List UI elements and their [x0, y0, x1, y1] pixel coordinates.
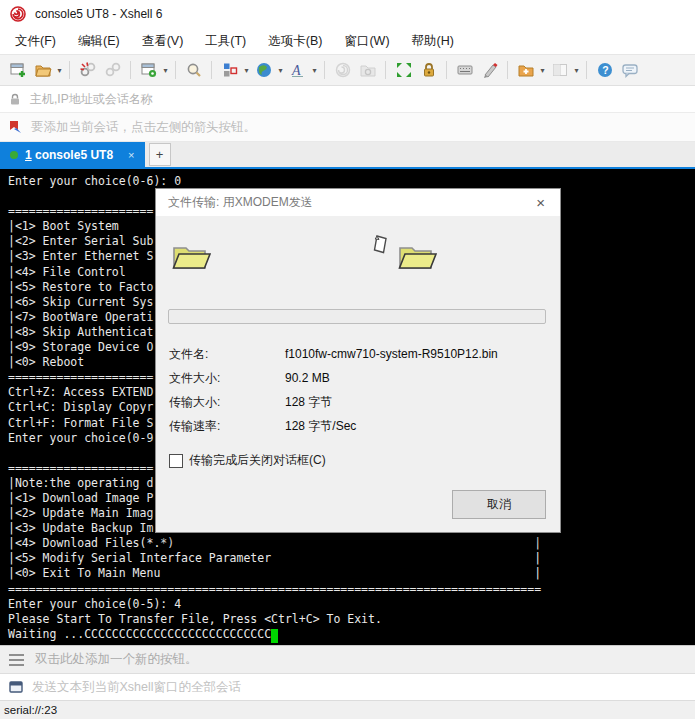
terminal-line: ========================================…: [8, 582, 695, 597]
toolbar-separator: [507, 61, 508, 79]
disconnect-icon[interactable]: [75, 58, 100, 82]
virtual-keyboard-icon[interactable]: [452, 58, 477, 82]
cancel-button[interactable]: 取消: [452, 490, 546, 519]
session-properties-dropdown[interactable]: ▾: [161, 66, 170, 75]
add-session-arrow-icon[interactable]: [8, 120, 23, 135]
encoding-globe-icon[interactable]: [251, 58, 276, 82]
session-status-dot: [10, 151, 18, 159]
checkbox-label: 传输完成后关闭对话框(C): [189, 452, 326, 469]
send-all-sessions-icon[interactable]: [9, 681, 23, 693]
tab-bar: 1 console5 UT8 × +: [0, 142, 695, 169]
terminal-cursor: [271, 629, 278, 643]
toolbar-separator: [69, 61, 70, 79]
open-session-dropdown[interactable]: ▾: [55, 66, 64, 75]
field-filename: 文件名: f1010fw-cmw710-system-R9510P12.bin: [169, 342, 547, 366]
menu-item[interactable]: 查看(V): [131, 29, 195, 54]
toolbar-separator: [324, 61, 325, 79]
highlight-pen-icon[interactable]: [477, 58, 502, 82]
address-placeholder: 主机,IP地址或会话名称: [30, 91, 153, 108]
menu-item[interactable]: 文件(F): [4, 29, 67, 54]
menu-item[interactable]: 工具(T): [194, 29, 257, 54]
quick-bar-menu-icon[interactable]: [9, 654, 24, 666]
terminal-line: Waiting ...CCCCCCCCCCCCCCCCCCCCCCCCCCC: [8, 627, 695, 642]
terminal-line: Enter your choice(0-5): 4: [8, 597, 695, 612]
terminal-line: Enter your choice(0-6): 0: [8, 174, 695, 189]
quick-button-bar[interactable]: 双击此处添加一个新的按钮。: [0, 645, 695, 673]
session-properties-icon[interactable]: [136, 58, 161, 82]
title-bar: console5 UT8 - Xshell 6: [0, 0, 695, 28]
toolbar-separator: [211, 61, 212, 79]
toolbar: ▾ ▾ ▾ ▾ A ▾: [0, 54, 695, 86]
open-session-icon[interactable]: [30, 58, 55, 82]
transfer-animation: [156, 216, 560, 308]
status-bar: serial://:23: [0, 700, 695, 719]
info-bar: 要添加当前会话，点击左侧的箭头按钮。: [0, 113, 695, 142]
toolbar-separator: [385, 61, 386, 79]
close-on-complete-checkbox[interactable]: [169, 454, 183, 468]
tab-console5[interactable]: 1 console5 UT8 ×: [0, 142, 145, 167]
new-tab-button[interactable]: +: [149, 143, 171, 166]
xagent-icon[interactable]: [330, 58, 355, 82]
tab-close-icon[interactable]: ×: [128, 149, 134, 161]
transfer-file-icon: [372, 234, 390, 256]
menu-item[interactable]: 窗口(W): [333, 29, 400, 54]
transfer-info-fields: 文件名: f1010fw-cmw710-system-R9510P12.bin …: [169, 342, 547, 438]
field-transferred: 传输大小: 128 字节: [169, 390, 547, 414]
svg-text:A: A: [291, 63, 301, 78]
toolbar-separator: [586, 61, 587, 79]
tile-windows-icon[interactable]: [217, 58, 242, 82]
toolbar-separator: [446, 61, 447, 79]
info-bar-text: 要添加当前会话，点击左侧的箭头按钮。: [31, 119, 256, 136]
new-quick-button-dropdown[interactable]: ▾: [538, 66, 547, 75]
close-on-complete-option: 传输完成后关闭对话框(C): [169, 452, 326, 469]
menu-item[interactable]: 帮助(H): [401, 29, 465, 54]
help-icon[interactable]: ?: [592, 58, 617, 82]
xmodem-transfer-dialog: 文件传输: 用XMODEM发送 × 文件名: f1010fw-cmw710-sy…: [155, 188, 561, 533]
font-dropdown[interactable]: ▾: [310, 66, 319, 75]
menu-item[interactable]: 选项卡(B): [257, 29, 333, 54]
dialog-title: 文件传输: 用XMODEM发送: [168, 194, 313, 211]
quick-bar-hint: 双击此处添加一个新的按钮。: [35, 651, 198, 668]
address-bar[interactable]: 主机,IP地址或会话名称: [0, 86, 695, 113]
source-folder-icon: [170, 240, 212, 272]
xagent-folder-icon[interactable]: [355, 58, 380, 82]
find-icon[interactable]: [181, 58, 206, 82]
terminal-line: |<0> Exit To Main Menu |: [8, 566, 695, 581]
chat-icon[interactable]: [617, 58, 642, 82]
tab-label: 1 console5 UT8: [25, 148, 113, 162]
send-bar-placeholder: 发送文本到当前Xshell窗口的全部会话: [32, 679, 241, 696]
connection-status: serial://:23: [4, 704, 57, 716]
destination-folder-icon: [396, 240, 438, 272]
menu-bar: 文件(F)编辑(E)查看(V)工具(T)选项卡(B)窗口(W)帮助(H): [0, 28, 695, 54]
transfer-progress-bar: [168, 309, 546, 324]
reconnect-icon[interactable]: [100, 58, 125, 82]
fullscreen-icon[interactable]: [391, 58, 416, 82]
encoding-globe-dropdown[interactable]: ▾: [276, 66, 285, 75]
send-text-bar[interactable]: 发送文本到当前Xshell窗口的全部会话: [0, 673, 695, 700]
window-title: console5 UT8 - Xshell 6: [35, 7, 162, 21]
tile-windows-dropdown[interactable]: ▾: [242, 66, 251, 75]
toolbar-separator: [130, 61, 131, 79]
dialog-close-icon[interactable]: ×: [533, 195, 548, 210]
terminal-line: |<4> Download Files(*.*) |: [8, 536, 695, 551]
field-filesize: 文件大小: 90.2 MB: [169, 366, 547, 390]
toolbar-separator: [175, 61, 176, 79]
dialog-title-bar[interactable]: 文件传输: 用XMODEM发送 ×: [156, 189, 560, 216]
terminal-line: |<5> Modify Serial Interface Parameter |: [8, 551, 695, 566]
field-speed: 传输速率: 128 字节/Sec: [169, 414, 547, 438]
lock-screen-icon[interactable]: [416, 58, 441, 82]
layout-icon[interactable]: [547, 58, 572, 82]
layout-dropdown[interactable]: ▾: [572, 66, 581, 75]
xshell-logo-icon: [10, 6, 26, 22]
terminal-line: Please Start To Transfer File, Press <Ct…: [8, 612, 695, 627]
address-lock-icon: [9, 93, 21, 106]
svg-text:?: ?: [602, 64, 608, 76]
font-icon[interactable]: A: [285, 58, 310, 82]
menu-item[interactable]: 编辑(E): [67, 29, 131, 54]
new-session-icon[interactable]: [5, 58, 30, 82]
new-quick-button-icon[interactable]: [513, 58, 538, 82]
